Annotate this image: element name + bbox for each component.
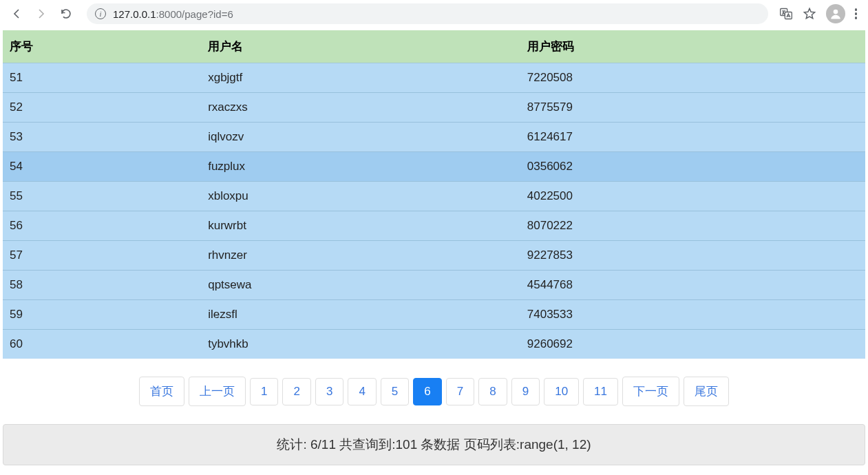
- cell-id: 52: [3, 93, 201, 123]
- col-header-id: 序号: [3, 30, 201, 63]
- page-number-6[interactable]: 6: [413, 378, 441, 405]
- cell-pass: 0356062: [520, 152, 865, 182]
- table-row: 59ilezsfl7403533: [3, 300, 865, 330]
- cell-id: 60: [3, 330, 201, 359]
- forward-button[interactable]: [32, 4, 51, 23]
- table-row: 58qptsewa4544768: [3, 271, 865, 300]
- url-text: 127.0.0.1:8000/page?id=6: [113, 8, 233, 20]
- page-number-8[interactable]: 8: [478, 378, 507, 405]
- cell-id: 54: [3, 152, 201, 182]
- kebab-menu-icon[interactable]: [855, 8, 858, 19]
- cell-user: qptsewa: [201, 271, 520, 300]
- cell-id: 59: [3, 300, 201, 330]
- page-last[interactable]: 尾页: [684, 377, 729, 406]
- table-row: 57rhvnzer9227853: [3, 241, 865, 271]
- page-number-5[interactable]: 5: [381, 378, 409, 405]
- cell-pass: 7403533: [520, 300, 865, 330]
- page-number-3[interactable]: 3: [315, 378, 343, 405]
- page-number-1[interactable]: 1: [250, 378, 278, 405]
- page-number-11[interactable]: 11: [583, 378, 618, 405]
- stats-bar: 统计: 6/11 共查询到:101 条数据 页码列表:range(1, 12): [3, 424, 865, 465]
- cell-pass: 6124617: [520, 123, 865, 152]
- cell-id: 51: [3, 63, 201, 93]
- url-path: /page?id=6: [182, 8, 233, 20]
- address-bar[interactable]: i 127.0.0.1:8000/page?id=6: [87, 3, 768, 24]
- cell-user: rxaczxs: [201, 93, 520, 123]
- page-number-7[interactable]: 7: [446, 378, 474, 405]
- table-row: 60tybvhkb9260692: [3, 330, 865, 359]
- table-row: 52rxaczxs8775579: [3, 93, 865, 123]
- cell-id: 53: [3, 123, 201, 152]
- cell-id: 58: [3, 271, 201, 300]
- cell-user: ilezsfl: [201, 300, 520, 330]
- site-info-icon[interactable]: i: [95, 8, 106, 19]
- table-row: 56kurwrbt8070222: [3, 211, 865, 241]
- page-number-10[interactable]: 10: [544, 378, 579, 405]
- page-number-9[interactable]: 9: [511, 378, 540, 405]
- cell-id: 55: [3, 182, 201, 211]
- table-row: 53iqlvozv6124617: [3, 123, 865, 152]
- reload-button[interactable]: [56, 4, 76, 23]
- cell-user: iqlvozv: [201, 123, 520, 152]
- cell-user: rhvnzer: [201, 241, 520, 271]
- cell-user: xbloxpu: [201, 182, 520, 211]
- cell-pass: 8775579: [520, 93, 865, 123]
- page-first[interactable]: 首页: [139, 377, 184, 406]
- cell-pass: 7220508: [520, 63, 865, 93]
- page-prev[interactable]: 上一页: [189, 377, 246, 406]
- cell-user: fuzplux: [201, 152, 520, 182]
- translate-icon[interactable]: [779, 7, 793, 21]
- data-table: 序号 用户名 用户密码 51xgbjgtf722050852rxaczxs877…: [3, 30, 865, 359]
- cell-user: tybvhkb: [201, 330, 520, 359]
- cell-user: xgbjgtf: [201, 63, 520, 93]
- browser-toolbar: i 127.0.0.1:8000/page?id=6: [0, 0, 868, 28]
- page-next[interactable]: 下一页: [622, 377, 679, 406]
- table-header-row: 序号 用户名 用户密码: [3, 30, 865, 63]
- back-button[interactable]: [7, 4, 26, 23]
- cell-pass: 8070222: [520, 211, 865, 241]
- table-row: 54fuzplux0356062: [3, 152, 865, 182]
- url-port: :8000: [156, 8, 182, 20]
- profile-icon[interactable]: [826, 4, 845, 23]
- table-row: 51xgbjgtf7220508: [3, 63, 865, 93]
- cell-pass: 9227853: [520, 241, 865, 271]
- col-header-user: 用户名: [201, 30, 520, 63]
- cell-id: 57: [3, 241, 201, 271]
- cell-user: kurwrbt: [201, 211, 520, 241]
- pagination: 首页 上一页 1234567891011 下一页 尾页: [0, 377, 868, 406]
- svg-point-2: [833, 10, 838, 14]
- cell-pass: 4022500: [520, 182, 865, 211]
- table-row: 55xbloxpu4022500: [3, 182, 865, 211]
- star-icon[interactable]: [803, 7, 816, 21]
- cell-pass: 9260692: [520, 330, 865, 359]
- page-number-2[interactable]: 2: [282, 378, 310, 405]
- cell-pass: 4544768: [520, 271, 865, 300]
- col-header-pass: 用户密码: [520, 30, 865, 63]
- page-number-4[interactable]: 4: [348, 378, 376, 405]
- cell-id: 56: [3, 211, 201, 241]
- url-host: 127.0.0.1: [113, 8, 156, 20]
- toolbar-right: [779, 4, 862, 23]
